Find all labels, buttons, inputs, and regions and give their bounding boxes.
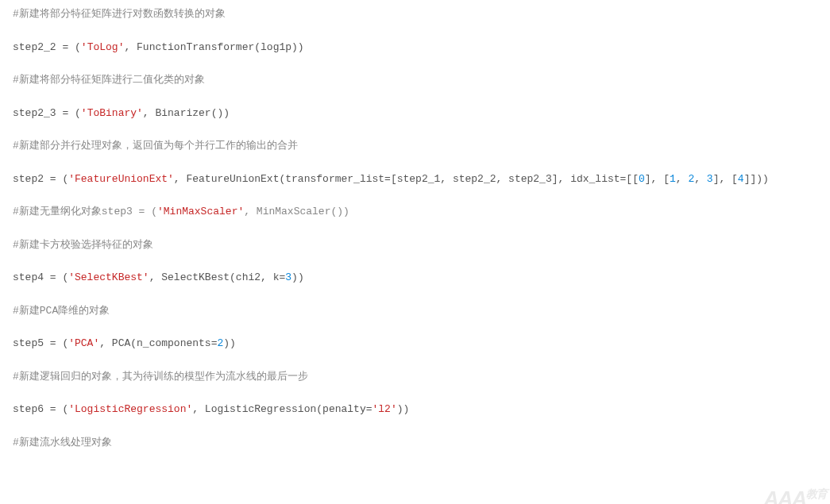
code-token-plain: step2 = ( bbox=[13, 173, 68, 185]
code-token-comment: #新建PCA降维的对象 bbox=[13, 305, 110, 317]
code-token-number: 1 bbox=[670, 173, 676, 185]
code-token-string: 'PCA' bbox=[68, 337, 99, 349]
code-line: step2 = ('FeatureUnionExt', FeatureUnion… bbox=[13, 171, 817, 187]
code-token-string: 'LogisticRegression' bbox=[68, 403, 192, 415]
code-token-plain: )) bbox=[223, 337, 236, 349]
code-token-string: 'MinMaxScaler' bbox=[157, 206, 244, 217]
code-token-plain: step5 = ( bbox=[13, 337, 68, 349]
code-line: step4 = ('SelectKBest', SelectKBest(chi2… bbox=[13, 270, 817, 286]
code-token-comment: #新建将部分特征矩阵进行二值化类的对象 bbox=[13, 74, 205, 86]
code-line: #新建无量纲化对象step3 = ('MinMaxScaler', MinMax… bbox=[13, 204, 817, 220]
code-line: step2_2 = ('ToLog', FunctionTransformer(… bbox=[13, 40, 817, 56]
code-line: step2_3 = ('ToBinary', Binarizer()) bbox=[13, 106, 817, 121]
code-token-string: 'SelectKBest' bbox=[68, 271, 149, 283]
code-token-plain: , Binarizer()) bbox=[143, 107, 230, 119]
code-block: #新建将部分特征矩阵进行对数函数转换的对象step2_2 = ('ToLog',… bbox=[13, 6, 817, 450]
code-token-plain: , FeatureUnionExt(transformer_list=[step… bbox=[174, 173, 639, 185]
code-token-string: 'FeatureUnionExt' bbox=[68, 173, 174, 185]
code-token-plain: , SelectKBest(chi2, k= bbox=[149, 271, 286, 283]
code-token-string: 'l2' bbox=[373, 403, 397, 415]
code-line: step6 = ('LogisticRegression', LogisticR… bbox=[13, 402, 817, 417]
code-token-comment: #新建逻辑回归的对象，其为待训练的模型作为流水线的最后一步 bbox=[13, 371, 308, 383]
code-line: #新建将部分特征矩阵进行对数函数转换的对象 bbox=[13, 6, 817, 22]
code-line: #新建将部分特征矩阵进行二值化类的对象 bbox=[13, 72, 817, 88]
code-token-plain: step4 = ( bbox=[13, 271, 68, 283]
code-token-plain: step2_2 = ( bbox=[13, 41, 81, 53]
code-token-comment: #新建部分并行处理对象，返回值为每个并行工作的输出的合并 bbox=[13, 140, 298, 152]
code-token-number: 3 bbox=[285, 271, 291, 283]
code-token-plain: step2_3 = ( bbox=[13, 107, 81, 119]
code-token-plain: , bbox=[694, 173, 707, 185]
code-line: step5 = ('PCA', PCA(n_components=2)) bbox=[13, 336, 817, 352]
code-token-comment: #新建卡方校验选择特征的对象 bbox=[13, 239, 153, 251]
code-token-string: 'ToBinary' bbox=[81, 107, 143, 119]
code-token-plain: step6 = ( bbox=[13, 403, 68, 415]
code-line: #新建流水线处理对象 bbox=[13, 435, 817, 451]
code-line: #新建PCA降维的对象 bbox=[13, 303, 817, 319]
code-token-comment: , MinMaxScaler()) bbox=[244, 206, 349, 217]
code-token-plain: , LogisticRegression(penalty= bbox=[192, 403, 372, 415]
code-line: #新建部分并行处理对象，返回值为每个并行工作的输出的合并 bbox=[13, 138, 817, 154]
code-token-plain: )) bbox=[291, 271, 304, 283]
watermark: AAA教育 bbox=[764, 488, 827, 504]
code-token-number: 0 bbox=[639, 173, 645, 185]
code-token-plain: ], [ bbox=[645, 173, 670, 185]
code-token-comment: #新建流水线处理对象 bbox=[13, 437, 112, 448]
code-token-plain: ]])) bbox=[744, 173, 769, 185]
watermark-main: AAA bbox=[764, 487, 806, 504]
watermark-suffix: 教育 bbox=[806, 487, 827, 500]
code-token-plain: , bbox=[676, 173, 689, 185]
code-token-plain: , FunctionTransformer(log1p)) bbox=[124, 41, 303, 53]
code-token-comment: #新建无量纲化对象step3 = ( bbox=[13, 206, 157, 217]
code-line: #新建卡方校验选择特征的对象 bbox=[13, 237, 817, 253]
code-token-number: 4 bbox=[738, 173, 744, 185]
code-token-plain: )) bbox=[397, 403, 410, 415]
code-token-string: 'ToLog' bbox=[81, 41, 125, 53]
code-line: #新建逻辑回归的对象，其为待训练的模型作为流水线的最后一步 bbox=[13, 369, 817, 385]
code-token-plain: ], [ bbox=[713, 173, 738, 185]
code-token-plain: , PCA(n_components= bbox=[99, 337, 217, 349]
code-token-number: 3 bbox=[707, 173, 713, 185]
code-token-comment: #新建将部分特征矩阵进行对数函数转换的对象 bbox=[13, 8, 226, 20]
